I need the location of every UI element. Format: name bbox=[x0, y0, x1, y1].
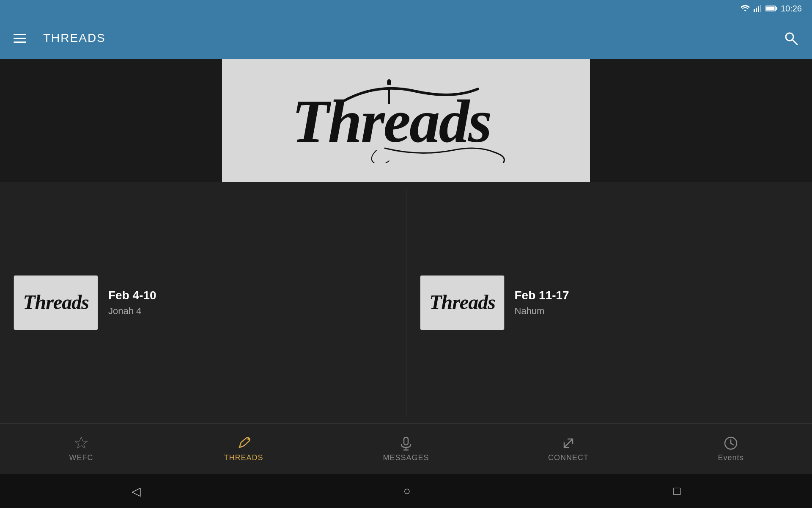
svg-point-19 bbox=[247, 438, 249, 440]
nav-item-events[interactable]: Events bbox=[650, 436, 812, 462]
nav-item-wefc[interactable]: WEFC bbox=[0, 436, 162, 462]
card-date-1: Feb 4-10 bbox=[108, 289, 156, 302]
android-home-button[interactable]: ○ bbox=[403, 484, 411, 498]
svg-rect-2 bbox=[758, 6, 759, 12]
hamburger-menu-button[interactable] bbox=[14, 34, 26, 43]
svg-rect-1 bbox=[756, 8, 757, 12]
svg-text:Threads: Threads bbox=[429, 291, 495, 313]
card-subtitle-1: Jonah 4 bbox=[108, 306, 156, 317]
svg-line-23 bbox=[564, 439, 573, 447]
svg-rect-5 bbox=[766, 7, 774, 11]
app-bar: THREADS bbox=[0, 17, 812, 59]
svg-line-8 bbox=[793, 40, 797, 44]
svg-line-26 bbox=[731, 443, 733, 445]
svg-rect-6 bbox=[776, 7, 777, 10]
card-info-2: Feb 11-17 Nahum bbox=[515, 289, 569, 317]
wifi-icon bbox=[740, 5, 750, 12]
main-content: Threads Threads Feb 4-10 bbox=[0, 59, 812, 423]
android-nav: ◁ ○ □ bbox=[0, 474, 812, 508]
card-item-2[interactable]: Threads Feb 11-17 Nahum bbox=[406, 189, 812, 417]
card-date-2: Feb 11-17 bbox=[515, 289, 569, 302]
svg-rect-3 bbox=[760, 5, 761, 12]
nav-label-wefc: WEFC bbox=[69, 453, 93, 462]
app-title: THREADS bbox=[43, 31, 766, 45]
bottom-nav: WEFC THREADS MESSAGES CONNECT bbox=[0, 423, 812, 474]
nav-item-messages[interactable]: MESSAGES bbox=[325, 436, 487, 462]
card-item-1[interactable]: Threads Feb 4-10 Jonah 4 bbox=[0, 189, 406, 417]
android-back-button[interactable]: ◁ bbox=[132, 484, 141, 498]
hero-banner: Threads bbox=[0, 59, 812, 182]
svg-text:Threads: Threads bbox=[23, 291, 89, 313]
card-thumbnail-2: Threads bbox=[420, 275, 505, 330]
nav-item-threads[interactable]: THREADS bbox=[162, 436, 325, 462]
signal-icon bbox=[754, 5, 762, 12]
nav-label-threads: THREADS bbox=[224, 453, 263, 462]
card-subtitle-2: Nahum bbox=[515, 306, 569, 317]
wefc-star-icon bbox=[74, 436, 89, 451]
status-icons: 10:26 bbox=[740, 4, 802, 14]
connect-arrows-icon bbox=[561, 436, 576, 451]
hero-logo: Threads bbox=[222, 59, 590, 182]
status-bar: 10:26 bbox=[0, 0, 812, 17]
card-thumbnail-1: Threads bbox=[14, 275, 98, 330]
threads-pen-icon bbox=[236, 436, 251, 451]
nav-item-connect[interactable]: CONNECT bbox=[487, 436, 650, 462]
status-time: 10:26 bbox=[781, 4, 802, 14]
nav-label-connect: CONNECT bbox=[548, 453, 589, 462]
battery-icon bbox=[765, 5, 777, 12]
svg-text:Threads: Threads bbox=[292, 87, 491, 155]
search-button[interactable] bbox=[783, 30, 798, 46]
cards-section: Threads Feb 4-10 Jonah 4 Threads bbox=[0, 182, 812, 423]
nav-label-events: Events bbox=[718, 453, 743, 462]
svg-marker-17 bbox=[75, 437, 88, 448]
hero-image: Threads bbox=[222, 59, 590, 182]
nav-label-messages: MESSAGES bbox=[383, 453, 429, 462]
events-clock-icon bbox=[723, 436, 738, 451]
android-recent-button[interactable]: □ bbox=[673, 484, 680, 498]
messages-mic-icon bbox=[398, 436, 414, 451]
card-info-1: Feb 4-10 Jonah 4 bbox=[108, 289, 156, 317]
svg-rect-0 bbox=[754, 9, 755, 12]
svg-rect-20 bbox=[404, 437, 408, 445]
